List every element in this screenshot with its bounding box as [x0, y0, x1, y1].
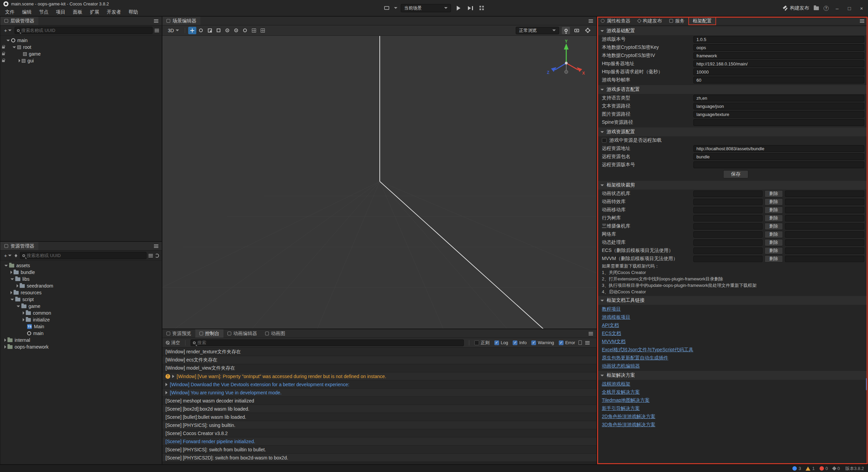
doc-link[interactable]: 动画状态机编辑器	[597, 362, 640, 370]
layout-icon[interactable]	[477, 4, 486, 12]
expand-arrow-icon[interactable]	[11, 278, 14, 280]
expand-arrow-icon[interactable]	[17, 306, 20, 307]
solution-link[interactable]: 2D角色扮演游戏解决方案	[597, 412, 655, 420]
expand-arrow-icon[interactable]	[17, 284, 18, 288]
inspector-tab-4[interactable]: 框架配置	[688, 17, 716, 25]
tab-assets[interactable]: 资源管理器	[0, 242, 38, 250]
config-input[interactable]	[693, 95, 864, 101]
log-row[interactable]: [Scene] Cocos Creator v3.8.2	[162, 429, 596, 437]
rotate-tool[interactable]	[197, 27, 205, 34]
expand-arrow-icon[interactable]	[4, 345, 6, 349]
doc-link[interactable]: 原生包热更新配置自动生成插件	[597, 354, 668, 362]
filter-icon[interactable]	[149, 255, 153, 256]
gear-button[interactable]	[584, 27, 592, 34]
mode-3d-toggle[interactable]: 3D	[165, 28, 182, 33]
menu-item-7[interactable]: 开发者	[103, 8, 125, 16]
asset-node-bundle[interactable]: bundle	[0, 269, 162, 276]
asset-node-common[interactable]: common	[0, 310, 162, 316]
config-input[interactable]	[693, 77, 864, 83]
doc-link[interactable]: API文档	[597, 321, 619, 329]
config-input[interactable]	[693, 153, 864, 160]
scale-tool[interactable]	[206, 27, 214, 34]
expand-arrow-icon[interactable]	[165, 383, 167, 386]
delete-button[interactable]: 删除	[765, 247, 783, 254]
delete-button[interactable]: 删除	[765, 215, 783, 222]
collapse-logs-icon[interactable]	[578, 340, 582, 345]
config-input[interactable]	[693, 111, 864, 118]
section-header[interactable]: 框架解决方案	[597, 371, 868, 380]
rotation-snap-toggle[interactable]	[259, 27, 267, 34]
expand-arrow-icon[interactable]	[6, 40, 10, 41]
expand-arrow-icon[interactable]	[11, 299, 14, 300]
config-input[interactable]	[693, 119, 864, 126]
solution-link[interactable]: 全栈开发解决方案	[597, 388, 640, 396]
step-button[interactable]	[466, 4, 474, 12]
light-toggle[interactable]	[562, 27, 570, 34]
close-button[interactable]: ×	[858, 5, 865, 11]
menu-item-5[interactable]: 面板	[69, 8, 86, 16]
sort-icon[interactable]	[15, 254, 18, 258]
doc-link[interactable]: 游戏模板项目	[597, 313, 630, 321]
log-row[interactable]: ![Window] [Vue warn]: Property "onInput"…	[162, 372, 596, 380]
panel-menu-icon[interactable]	[589, 21, 593, 21]
filter-Log[interactable]: ✓Log	[494, 340, 508, 346]
rect-tool[interactable]	[215, 27, 223, 34]
delete-button[interactable]: 删除	[765, 190, 783, 197]
asset-node-oops-framework[interactable]: oops-framework	[0, 343, 162, 350]
checkbox-icon[interactable]: ✓	[531, 340, 536, 345]
menu-item-6[interactable]: 扩展	[86, 8, 103, 16]
create-asset-button[interactable]: +	[3, 253, 13, 258]
clear-console-button[interactable]: 清空	[166, 340, 180, 346]
config-input[interactable]	[693, 60, 864, 67]
preview-device-icon[interactable]	[382, 4, 391, 12]
panel-menu-icon[interactable]	[154, 21, 158, 21]
doc-link[interactable]: 教程项目	[597, 305, 621, 313]
hierarchy-node-main[interactable]: main	[0, 37, 162, 44]
panel-menu-icon[interactable]	[589, 333, 593, 334]
delete-button[interactable]: 删除	[765, 198, 783, 205]
menu-item-8[interactable]: 帮助	[125, 8, 142, 16]
view-mode-dropdown[interactable]: 正常浏览	[516, 27, 559, 34]
log-row[interactable]: [Window] ecs文件夹存在	[162, 356, 596, 364]
log-row[interactable]: [Scene] meshopt wasm decoder initialized	[162, 397, 596, 405]
asset-node-internal[interactable]: internal	[0, 337, 162, 343]
asset-node-resources[interactable]: resources	[0, 289, 162, 296]
hierarchy-node-root[interactable]: root	[0, 44, 162, 51]
log-row[interactable]: [Scene] [bullet]:bullet wasm lib loaded.	[162, 413, 596, 421]
delete-button[interactable]: 删除	[765, 231, 783, 238]
log-row[interactable]: [Scene] [box2d]:box2d wasm lib loaded.	[162, 405, 596, 413]
filter-Info[interactable]: ✓Info	[513, 340, 527, 346]
help-icon[interactable]: ?	[824, 6, 829, 11]
expand-arrow-icon[interactable]	[4, 265, 8, 267]
expand-arrow-icon[interactable]	[13, 46, 16, 48]
anchor-tool[interactable]	[223, 27, 232, 34]
remote-load-checkbox-row[interactable]: 游戏中资源是否远程加载	[597, 136, 868, 144]
config-input[interactable]	[693, 145, 864, 152]
delete-button[interactable]: 删除	[765, 239, 783, 246]
config-input[interactable]	[693, 52, 864, 59]
log-row[interactable]: [Window] Download the Vue Devtools exten…	[162, 380, 596, 389]
inspector-tab-3[interactable]: 服务	[666, 17, 688, 25]
section-header[interactable]: 框架模块裁剪	[597, 181, 868, 190]
solution-link[interactable]: 新手引导解决方案	[597, 404, 640, 412]
config-input[interactable]	[693, 68, 864, 75]
panel-menu-icon[interactable]	[154, 246, 158, 247]
expand-arrow-icon[interactable]	[19, 59, 20, 62]
filter-icon[interactable]	[155, 30, 159, 31]
filter-Error[interactable]: ✓Error	[559, 340, 575, 346]
scene-dropdown[interactable]: 当前场景	[401, 4, 451, 12]
checkbox-icon[interactable]: ✓	[513, 340, 517, 345]
section-header[interactable]: 游戏资源配置	[597, 127, 868, 136]
minimize-button[interactable]: –	[833, 5, 841, 11]
console-tab-4[interactable]: 动画图	[261, 329, 289, 338]
save-button[interactable]: 保存	[723, 170, 748, 178]
camera-button[interactable]	[573, 27, 581, 34]
console-tab-3[interactable]: 动画编辑器	[223, 329, 261, 338]
console-tab-1[interactable]: 资源预览	[162, 329, 195, 338]
move-tool[interactable]	[188, 27, 196, 34]
asset-node-Main[interactable]: TSMain	[0, 323, 162, 330]
maximize-button[interactable]: □	[846, 5, 853, 11]
create-node-button[interactable]: +	[3, 27, 13, 33]
refresh-icon[interactable]	[155, 254, 159, 258]
log-row[interactable]: [Scene] [PHYSICS]: using builtin.	[162, 421, 596, 429]
